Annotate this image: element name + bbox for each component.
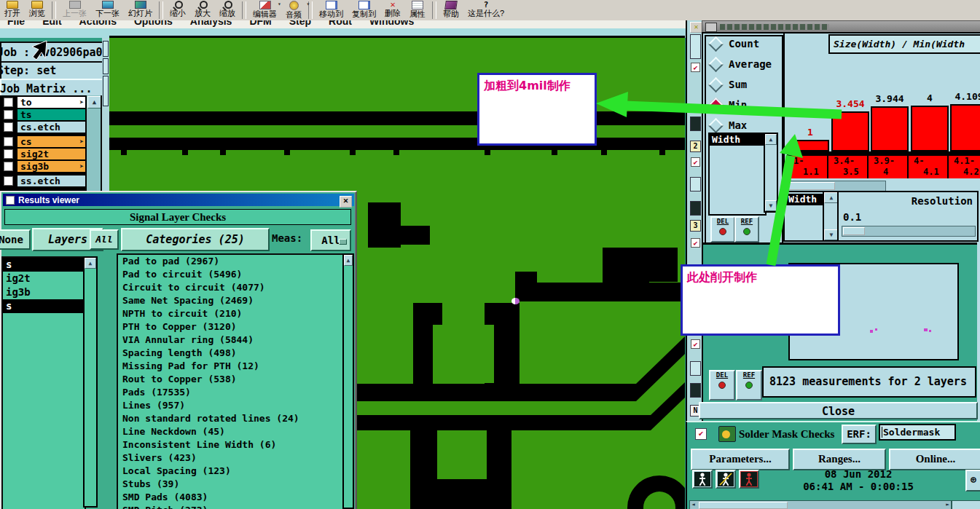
- radio-diamond-icon[interactable]: [708, 36, 724, 51]
- solder-hscrollbar[interactable]: ◄ ►: [689, 500, 952, 509]
- slider-thumb[interactable]: [843, 227, 865, 235]
- measure-list-scrollbar[interactable]: ▲ ▼: [764, 133, 778, 213]
- toolbar-button[interactable]: [242, 1, 246, 19]
- menu-item[interactable]: Actions: [79, 20, 117, 27]
- toolbar-button[interactable]: 幻灯片: [124, 0, 157, 20]
- ref-button[interactable]: REF: [736, 370, 762, 401]
- menu-item[interactable]: Analysis: [190, 20, 232, 27]
- category-item[interactable]: Local Spacing (123): [118, 465, 344, 478]
- menu-item[interactable]: Step: [289, 20, 311, 27]
- category-item[interactable]: Stubs (39): [118, 478, 344, 491]
- toolbar-button[interactable]: 上一张: [58, 0, 91, 20]
- layer-row[interactable]: sig2t: [0, 149, 85, 159]
- results-layer-list[interactable]: sig2tig3bs: [1, 256, 86, 509]
- run-check-button[interactable]: [692, 470, 713, 489]
- run-partial-button[interactable]: [716, 470, 736, 489]
- checkbox-checked-icon[interactable]: ✔: [691, 63, 700, 72]
- edge-label-3[interactable]: 3: [690, 220, 701, 232]
- scroll-down-icon[interactable]: ▼: [824, 229, 839, 240]
- scroll-right-icon[interactable]: ►: [946, 501, 949, 508]
- layer-row[interactable]: ts: [0, 109, 85, 120]
- measure-list-2-scrollbar[interactable]: ▲ ▼: [823, 192, 839, 240]
- measure-list-item[interactable]: Width: [786, 194, 823, 205]
- layer-checkbox[interactable]: [4, 122, 13, 132]
- checkbox-checked-icon[interactable]: ✔: [691, 157, 700, 167]
- layer-checkbox[interactable]: [4, 137, 13, 146]
- dropdown-icon[interactable]: ▾: [307, 1, 310, 7]
- category-item[interactable]: Same Net Spacing (2469): [118, 294, 344, 307]
- menu-item[interactable]: File: [7, 20, 25, 27]
- layer-row[interactable]: ss.etch: [0, 175, 85, 186]
- category-item[interactable]: Non standard rotated lines (24): [118, 412, 344, 425]
- erf-button[interactable]: ERF:: [842, 425, 877, 444]
- layer-checkbox[interactable]: [4, 110, 13, 119]
- layer-row[interactable]: to ➤: [0, 97, 85, 108]
- edge-box[interactable]: [690, 361, 701, 376]
- resolution-slider[interactable]: [842, 226, 976, 237]
- results-layer-scrollbar[interactable]: ▲: [83, 256, 98, 508]
- results-layer-item[interactable]: s: [3, 299, 85, 313]
- layer-checkbox[interactable]: [4, 98, 13, 107]
- canvas-chrome-box[interactable]: [103, 58, 109, 74]
- categories-list[interactable]: Pad to pad (2967)Pad to circuit (5496)Ci…: [117, 253, 345, 509]
- category-item[interactable]: Pad to pad (2967): [118, 255, 344, 268]
- category-item[interactable]: SMD Pads (4083): [118, 491, 344, 504]
- radio-count[interactable]: Count: [710, 38, 759, 50]
- category-item[interactable]: NPTH to circuit (210): [118, 307, 344, 320]
- results-layer-item[interactable]: s: [3, 258, 85, 272]
- histogram-hscrollbar[interactable]: [787, 181, 886, 192]
- close-icon[interactable]: ✕: [690, 22, 702, 33]
- radio-sum[interactable]: Sum: [710, 79, 747, 90]
- scroll-up-icon[interactable]: ▲: [344, 255, 353, 266]
- radio-diamond-icon[interactable]: [708, 117, 724, 133]
- radio-average[interactable]: Average: [710, 58, 772, 70]
- category-item[interactable]: SMD Pitch (273): [118, 504, 344, 509]
- close-icon[interactable]: ✕: [340, 196, 352, 208]
- checkbox-checked-icon[interactable]: ✔: [691, 339, 700, 349]
- category-item[interactable]: Inconsistent Line Width (6): [118, 438, 344, 451]
- toolbar-button[interactable]: 浏览: [25, 0, 50, 20]
- ranges-button[interactable]: Ranges...: [793, 449, 886, 470]
- layer-checkbox[interactable]: [4, 176, 13, 186]
- toolbar-button[interactable]: 缩放: [215, 0, 240, 20]
- category-item[interactable]: Circuit to circuit (4077): [118, 281, 344, 294]
- radio-max[interactable]: Max: [710, 119, 747, 131]
- category-item[interactable]: Lines (957): [118, 399, 344, 412]
- stop-check-button[interactable]: [739, 470, 759, 489]
- menu-item[interactable]: DFM: [249, 20, 271, 27]
- dropdown-icon[interactable]: ▾: [278, 1, 281, 7]
- canvas-chrome-box[interactable]: [103, 76, 109, 106]
- toolbar-button[interactable]: 音频 ▾: [281, 0, 306, 20]
- radio-min[interactable]: Min: [710, 99, 747, 111]
- histogram-bar[interactable]: [911, 106, 949, 151]
- layer-list-scrollbar[interactable]: ▲: [85, 95, 102, 191]
- toolbar-button[interactable]: ? 这是什么?: [463, 0, 509, 20]
- results-layer-item[interactable]: ig3b: [3, 285, 85, 299]
- none-button[interactable]: None: [0, 229, 31, 250]
- layer-arrow-icon[interactable]: ➤: [79, 136, 84, 147]
- scroll-up-icon[interactable]: ▲: [824, 192, 839, 203]
- edge-icon-dark[interactable]: [690, 383, 701, 398]
- edge-box[interactable]: [690, 177, 701, 192]
- online-button[interactable]: Online...: [889, 449, 980, 470]
- dropdown-handle[interactable]: [339, 239, 347, 245]
- measure-list-item[interactable]: Width: [710, 134, 765, 146]
- toolbar-button[interactable]: [52, 1, 56, 19]
- category-item[interactable]: Line Neckdown (45): [118, 425, 344, 438]
- edge-icon-dark[interactable]: [690, 117, 701, 131]
- scroll-left-icon[interactable]: ◄: [691, 501, 695, 508]
- edge-box[interactable]: [690, 34, 701, 59]
- scroll-up-icon[interactable]: ▲: [87, 96, 101, 108]
- toolbar-button[interactable]: 帮助: [439, 0, 463, 20]
- radio-diamond-icon[interactable]: [708, 56, 724, 71]
- layer-checkbox[interactable]: [4, 162, 13, 171]
- layers-all-button[interactable]: All: [90, 229, 119, 250]
- layer-row[interactable]: cs ➤: [0, 136, 85, 147]
- toolbar-button[interactable]: ✕ 删除: [380, 0, 405, 20]
- toolbar-button[interactable]: 打开: [0, 0, 25, 20]
- menu-item[interactable]: Edit: [42, 20, 61, 27]
- menu-item[interactable]: Windows: [369, 20, 414, 27]
- category-item[interactable]: VIA Annular ring (5844): [118, 334, 344, 347]
- parameters-button[interactable]: Parameters...: [691, 449, 790, 470]
- del-button[interactable]: DEL: [710, 216, 735, 242]
